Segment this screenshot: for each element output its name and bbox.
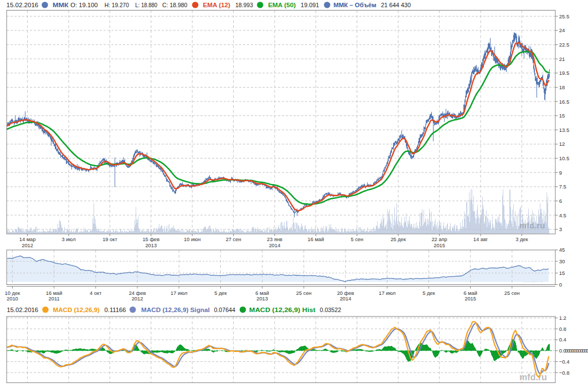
svg-text:23 янв: 23 янв <box>267 237 282 242</box>
svg-text:EMA (12): EMA (12) <box>203 2 230 8</box>
svg-text:2014: 2014 <box>269 243 281 248</box>
svg-text:6 май: 6 май <box>255 290 269 296</box>
svg-text:2012: 2012 <box>132 296 143 302</box>
svg-text:16.5: 16.5 <box>559 99 569 105</box>
svg-text:15: 15 <box>559 113 565 119</box>
svg-text:0.4: 0.4 <box>559 336 566 343</box>
svg-text:30: 30 <box>559 258 565 264</box>
svg-text:0.8: 0.8 <box>559 326 566 332</box>
svg-text:7.5: 7.5 <box>559 183 566 190</box>
svg-text:19.091: 19.091 <box>301 2 319 8</box>
svg-text:ММК: ММК <box>53 2 69 8</box>
svg-text:0: 0 <box>559 282 562 288</box>
svg-text:17 июл: 17 июл <box>379 290 395 296</box>
svg-text:3: 3 <box>559 226 562 232</box>
svg-text:21 644 430: 21 644 430 <box>381 2 411 8</box>
svg-text:25.5: 25.5 <box>559 13 569 19</box>
svg-text:19.5: 19.5 <box>559 70 569 76</box>
svg-text:45: 45 <box>559 247 565 253</box>
svg-text:MACD (12,26,9) Signal: MACD (12,26,9) Signal <box>141 307 210 313</box>
svg-text:2013: 2013 <box>145 243 157 248</box>
svg-text:13.5: 13.5 <box>559 127 569 133</box>
svg-text:15 фев: 15 фев <box>142 237 159 242</box>
svg-text:6 май: 6 май <box>463 290 477 296</box>
svg-text:2013: 2013 <box>256 296 268 302</box>
svg-text:16 май: 16 май <box>46 290 63 296</box>
svg-text:25 дек: 25 дек <box>390 237 406 242</box>
svg-text:0.07644: 0.07644 <box>214 307 235 313</box>
svg-text:19 окт: 19 окт <box>102 237 117 242</box>
svg-text:2014: 2014 <box>340 296 352 302</box>
svg-text:17 июл: 17 июл <box>171 290 187 296</box>
svg-text:22.5: 22.5 <box>559 42 569 48</box>
svg-text:1.2: 1.2 <box>559 315 566 321</box>
svg-text:25 сен: 25 сен <box>296 290 312 296</box>
svg-text:5 дек: 5 дек <box>214 290 227 296</box>
svg-text:12: 12 <box>559 141 565 147</box>
svg-text:15.02.2016: 15.02.2016 <box>7 307 38 313</box>
svg-text:0.03522: 0.03522 <box>320 307 342 313</box>
svg-text:22 апр: 22 апр <box>431 237 447 242</box>
svg-text:3 июл: 3 июл <box>61 237 75 242</box>
svg-text:14 мар: 14 мар <box>19 237 36 242</box>
svg-text:2015: 2015 <box>434 243 445 248</box>
svg-text:0.11166: 0.11166 <box>105 307 126 313</box>
svg-text:18: 18 <box>559 84 565 90</box>
svg-text:L: 18.880: L: 18.880 <box>135 2 157 8</box>
svg-text:H: 19.270: H: 19.270 <box>105 2 129 8</box>
svg-text:16 май: 16 май <box>308 237 324 242</box>
svg-text:15.02.2016: 15.02.2016 <box>7 2 39 8</box>
svg-text:4.5: 4.5 <box>559 212 566 218</box>
svg-text:−0.8: −0.8 <box>559 370 570 376</box>
svg-text:27 сен: 27 сен <box>226 237 241 242</box>
svg-text:3 дек: 3 дек <box>515 237 528 242</box>
svg-text:2010: 2010 <box>7 296 18 302</box>
svg-text:20 фев: 20 фев <box>337 290 354 296</box>
svg-text:5 дек: 5 дек <box>422 290 435 296</box>
svg-text:MACD (12,26,9) Hist: MACD (12,26,9) Hist <box>249 307 316 313</box>
svg-text:5 сен: 5 сен <box>350 237 363 242</box>
svg-text:MACD (12,26,9): MACD (12,26,9) <box>53 307 100 313</box>
svg-text:−0.4: −0.4 <box>559 359 570 365</box>
svg-text:C: 18.980: C: 18.980 <box>162 2 187 8</box>
svg-text:2012: 2012 <box>22 243 33 248</box>
svg-text:10 дек: 10 дек <box>5 290 21 296</box>
svg-text:000000000000000: 000000000000000 <box>563 348 588 354</box>
svg-text:10.5: 10.5 <box>559 155 569 161</box>
svg-text:6: 6 <box>559 198 562 204</box>
svg-text:mfd.ru: mfd.ru <box>519 372 547 382</box>
svg-text:O: 19.100: O: 19.100 <box>70 2 97 8</box>
svg-text:18.993: 18.993 <box>235 2 253 8</box>
svg-text:14 авг: 14 авг <box>473 237 488 242</box>
svg-text:9: 9 <box>559 170 562 176</box>
svg-text:10 июн: 10 июн <box>184 237 200 242</box>
svg-text:24 фев: 24 фев <box>129 290 146 296</box>
svg-text:24: 24 <box>559 27 565 33</box>
svg-text:15: 15 <box>559 270 565 276</box>
svg-text:25 сен: 25 сен <box>504 290 520 296</box>
svg-text:4 окт: 4 окт <box>90 290 102 296</box>
svg-text:2011: 2011 <box>49 296 60 302</box>
svg-text:21: 21 <box>559 56 565 62</box>
svg-text:EMA (50): EMA (50) <box>268 2 296 8</box>
svg-text:2015: 2015 <box>465 296 476 302</box>
svg-text:ММК – Объём: ММК – Объём <box>333 2 376 8</box>
